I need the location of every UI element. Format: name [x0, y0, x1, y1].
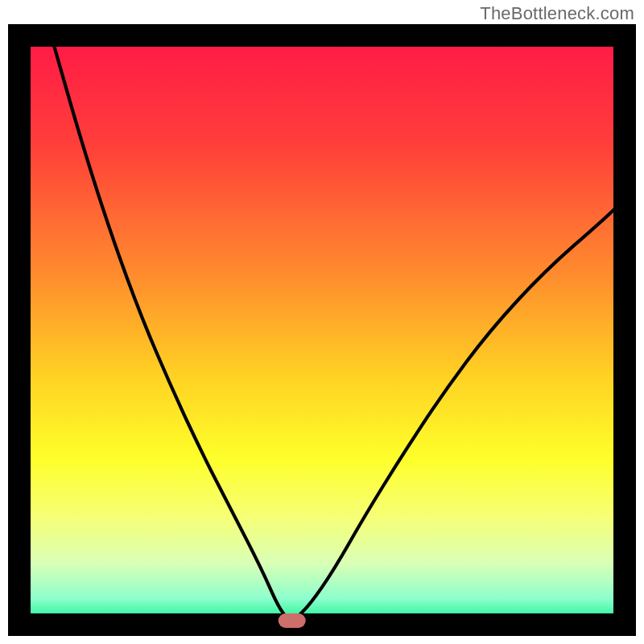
watermark-text: TheBottleneck.com: [480, 3, 634, 24]
optimal-marker: [279, 613, 306, 628]
bottleneck-chart: [0, 0, 644, 644]
plot-background: [22, 38, 622, 622]
chart-container: TheBottleneck.com: [0, 0, 644, 644]
